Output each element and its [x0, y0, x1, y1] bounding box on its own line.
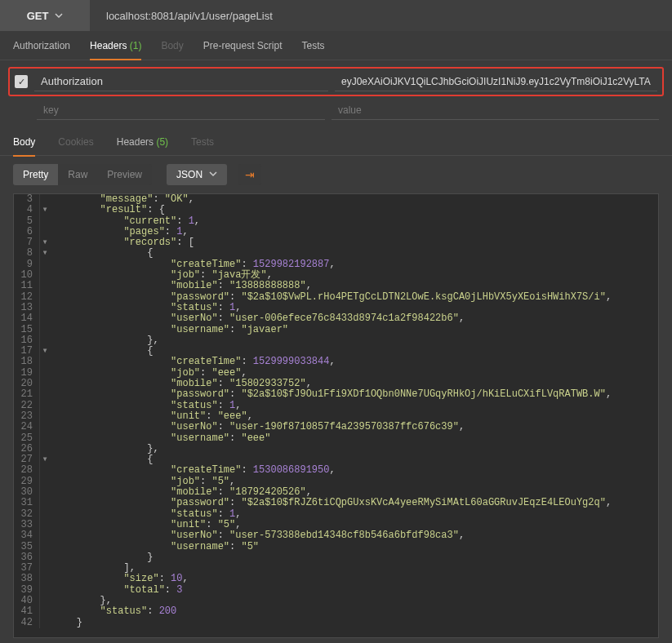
fold-toggle: [40, 498, 50, 508]
chevron-down-icon: [55, 10, 63, 22]
code-content: {: [50, 248, 153, 259]
request-bar: GET localhost:8081/api/v1/user/pageList: [0, 0, 672, 31]
header-enable-checkbox[interactable]: ✓: [15, 75, 28, 88]
code-line: 36 }: [14, 552, 658, 563]
line-number: 11: [14, 281, 40, 291]
code-line: 21 "password": "$2a$10$fJ9Ou1Ffi9XDf1OQb…: [14, 389, 658, 400]
code-line: 32 "status": 1,: [14, 509, 658, 520]
code-line: 26 },: [14, 444, 658, 455]
fold-toggle[interactable]: ▾: [40, 248, 50, 259]
line-number: 29: [14, 477, 40, 487]
code-content: "result": {: [50, 205, 165, 215]
wrap-icon: ⇥: [245, 168, 255, 181]
code-content: "unit": "eee",: [50, 411, 253, 422]
resp-tab-body[interactable]: Body: [13, 128, 35, 156]
tab-prerequest[interactable]: Pre-request Script: [203, 32, 283, 60]
url-input[interactable]: localhost:8081/api/v1/user/pageList: [90, 0, 672, 31]
code-line: 16 },: [14, 335, 658, 346]
tab-tests[interactable]: Tests: [301, 32, 324, 60]
code-line: 41 "status": 200: [14, 606, 658, 617]
view-preview[interactable]: Preview: [97, 164, 152, 185]
wrap-lines-button[interactable]: ⇥: [238, 164, 261, 185]
fold-toggle: [40, 618, 50, 628]
line-number: 26: [14, 444, 40, 455]
code-content: "mobile": "15802933752",: [50, 379, 312, 389]
code-line: 6 "pages": 1,: [14, 227, 658, 237]
code-line: 11 "mobile": "13888888888",: [14, 281, 658, 291]
fold-toggle[interactable]: ▾: [40, 346, 50, 357]
view-raw[interactable]: Raw: [58, 164, 97, 185]
fold-toggle: [40, 477, 50, 487]
code-content: "records": [: [50, 237, 194, 248]
fold-toggle: [40, 433, 50, 444]
line-number: 38: [14, 574, 40, 584]
line-number: 19: [14, 368, 40, 379]
resp-tab-tests[interactable]: Tests: [191, 128, 214, 156]
line-number: 25: [14, 433, 40, 444]
code-content: "userNo": "user-190f8710857f4a239570387f…: [50, 422, 465, 432]
resp-tab-cookies[interactable]: Cookies: [58, 128, 93, 156]
code-line: 37 ],: [14, 563, 658, 574]
code-content: "current": 1,: [50, 216, 200, 227]
fold-toggle: [40, 444, 50, 455]
line-number: 40: [14, 596, 40, 606]
fold-toggle: [40, 313, 50, 324]
fold-toggle: [40, 227, 50, 237]
code-content: "unit": "5",: [50, 520, 241, 530]
fold-toggle: [40, 574, 50, 584]
code-content: "status": 1,: [50, 509, 241, 520]
code-line: 13 "status": 1,: [14, 303, 658, 313]
code-line: 12 "password": "$2a$10$VwPL.rHo4PETgCcLD…: [14, 292, 658, 303]
fold-toggle: [40, 422, 50, 432]
fold-toggle: [40, 270, 50, 281]
tab-headers-label: Headers: [90, 40, 127, 51]
code-content: "createTime": 1529999033844,: [50, 357, 336, 367]
code-line: 17▾ {: [14, 346, 658, 357]
tab-body[interactable]: Body: [161, 32, 183, 60]
header-value-input[interactable]: eyJ0eXAiOiJKV1QiLCJhbGciOiJIUzI1NiJ9.eyJ…: [335, 73, 657, 91]
fold-toggle[interactable]: ▾: [40, 237, 50, 248]
fold-toggle: [40, 563, 50, 574]
method-select[interactable]: GET: [0, 0, 90, 31]
header-value-placeholder[interactable]: value: [332, 101, 659, 120]
code-line: 42 }: [14, 618, 658, 628]
code-content: "mobile": "13888888888",: [50, 281, 312, 291]
code-line: 15 "username": "javaer": [14, 325, 658, 335]
code-line: 40 },: [14, 596, 658, 606]
code-content: "password": "$2a$10$VwPL.rHo4PETgCcLDTN2…: [50, 292, 612, 303]
fold-toggle: [40, 357, 50, 367]
line-number: 34: [14, 530, 40, 541]
tab-authorization[interactable]: Authorization: [13, 32, 70, 60]
fold-toggle: [40, 520, 50, 530]
code-line: 34 "userNo": "user-573388ebd14348cf8b546…: [14, 530, 658, 541]
fold-toggle[interactable]: ▾: [40, 455, 50, 465]
fold-toggle[interactable]: ▾: [40, 205, 50, 215]
header-new-row: key value: [0, 101, 672, 128]
resp-tab-headers[interactable]: Headers (5): [117, 128, 168, 156]
fold-toggle: [40, 542, 50, 552]
line-number: 13: [14, 303, 40, 313]
code-content: ],: [50, 563, 136, 574]
check-icon: ✓: [18, 77, 25, 87]
headers-editor: ✓ Authorization eyJ0eXAiOiJKV1QiLCJhbGci…: [0, 60, 672, 101]
code-content: "status": 200: [50, 606, 176, 617]
code-line: 5 "current": 1,: [14, 216, 658, 227]
header-key-input[interactable]: Authorization: [34, 72, 328, 91]
code-content: },: [50, 596, 112, 606]
method-label: GET: [27, 10, 49, 22]
tab-headers[interactable]: Headers (1): [90, 32, 141, 60]
header-key-placeholder[interactable]: key: [37, 101, 325, 120]
response-body[interactable]: 3 "message": "OK",4▾ "result": {5 "curre…: [13, 193, 659, 638]
code-line: 31 "password": "$2a$10$fRJZ6tiCQpGUxsKVc…: [14, 498, 658, 508]
url-text: localhost:8081/api/v1/user/pageList: [106, 10, 273, 22]
code-content: "username": "5": [50, 542, 259, 552]
line-number: 22: [14, 401, 40, 411]
line-number: 31: [14, 498, 40, 508]
body-type-select[interactable]: JSON: [167, 164, 227, 185]
fold-toggle: [40, 281, 50, 291]
code-line: 3 "message": "OK",: [14, 194, 658, 205]
fold-toggle: [40, 292, 50, 303]
view-pretty[interactable]: Pretty: [13, 164, 58, 185]
fold-toggle: [40, 509, 50, 520]
line-number: 33: [14, 520, 40, 530]
